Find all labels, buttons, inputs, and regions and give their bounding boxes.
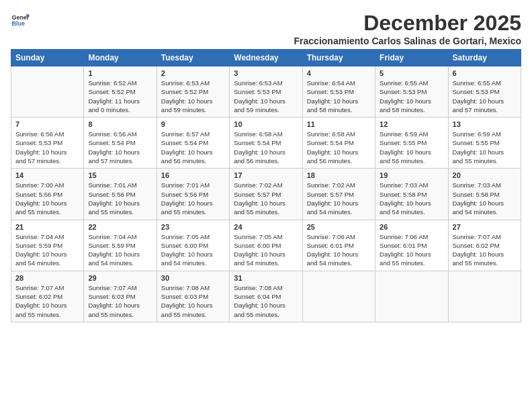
calendar-cell (11, 66, 84, 118)
calendar-cell: 8Sunrise: 6:56 AM Sunset: 5:54 PM Daylig… (84, 118, 157, 169)
day-number: 13 (453, 120, 517, 128)
svg-text:Blue: Blue (11, 20, 25, 27)
calendar-cell: 9Sunrise: 6:57 AM Sunset: 5:54 PM Daylig… (157, 118, 229, 169)
day-info: Sunrise: 7:06 AM Sunset: 6:01 PM Dayligh… (380, 232, 443, 268)
day-info: Sunrise: 6:54 AM Sunset: 5:53 PM Dayligh… (307, 79, 371, 114)
day-number: 25 (307, 223, 371, 231)
day-info: Sunrise: 6:55 AM Sunset: 5:53 PM Dayligh… (453, 79, 517, 114)
day-info: Sunrise: 6:52 AM Sunset: 5:52 PM Dayligh… (88, 79, 152, 114)
week-row-1: 7Sunrise: 6:56 AM Sunset: 5:53 PM Daylig… (11, 118, 521, 169)
day-info: Sunrise: 7:05 AM Sunset: 6:00 PM Dayligh… (161, 232, 225, 268)
day-number: 17 (234, 171, 298, 179)
day-info: Sunrise: 6:55 AM Sunset: 5:53 PM Dayligh… (380, 79, 443, 114)
day-number: 3 (234, 69, 298, 77)
header-wednesday: Wednesday (230, 50, 302, 66)
day-number: 22 (88, 223, 152, 231)
day-number: 21 (15, 223, 79, 231)
day-number: 2 (161, 69, 225, 77)
day-number: 30 (161, 274, 225, 282)
day-info: Sunrise: 7:02 AM Sunset: 5:57 PM Dayligh… (234, 181, 298, 216)
calendar-cell: 13Sunrise: 6:59 AM Sunset: 5:55 PM Dayli… (448, 118, 521, 169)
header-saturday: Saturday (448, 50, 521, 66)
day-number: 4 (307, 69, 371, 77)
calendar-cell: 25Sunrise: 7:06 AM Sunset: 6:01 PM Dayli… (302, 220, 375, 271)
day-number: 5 (380, 69, 443, 77)
calendar-cell (302, 271, 375, 322)
calendar-cell: 4Sunrise: 6:54 AM Sunset: 5:53 PM Daylig… (302, 66, 375, 118)
day-number: 1 (88, 69, 152, 77)
day-number: 24 (234, 223, 298, 231)
header-thursday: Thursday (302, 50, 375, 66)
day-number: 28 (15, 274, 79, 282)
day-number: 20 (453, 171, 517, 179)
day-info: Sunrise: 6:58 AM Sunset: 5:54 PM Dayligh… (234, 130, 298, 165)
day-number: 18 (307, 171, 371, 179)
week-row-3: 21Sunrise: 7:04 AM Sunset: 5:59 PM Dayli… (11, 220, 521, 271)
day-number: 14 (15, 171, 79, 179)
day-info: Sunrise: 6:53 AM Sunset: 5:52 PM Dayligh… (161, 79, 225, 114)
day-info: Sunrise: 6:59 AM Sunset: 5:55 PM Dayligh… (380, 130, 443, 165)
header-sunday: Sunday (11, 50, 84, 66)
calendar-cell: 3Sunrise: 6:53 AM Sunset: 5:53 PM Daylig… (230, 66, 302, 118)
day-info: Sunrise: 7:07 AM Sunset: 6:02 PM Dayligh… (453, 232, 517, 268)
calendar-cell: 20Sunrise: 7:03 AM Sunset: 5:58 PM Dayli… (448, 169, 521, 220)
header-row: SundayMondayTuesdayWednesdayThursdayFrid… (11, 50, 521, 66)
header-monday: Monday (84, 50, 157, 66)
day-info: Sunrise: 7:00 AM Sunset: 5:56 PM Dayligh… (15, 181, 79, 216)
calendar-cell: 24Sunrise: 7:05 AM Sunset: 6:00 PM Dayli… (230, 220, 302, 271)
day-number: 23 (161, 223, 225, 231)
logo-icon: General Blue (11, 11, 30, 30)
day-info: Sunrise: 7:04 AM Sunset: 5:59 PM Dayligh… (88, 232, 152, 268)
day-info: Sunrise: 6:56 AM Sunset: 5:53 PM Dayligh… (15, 130, 79, 165)
day-number: 15 (88, 171, 152, 179)
calendar-cell: 31Sunrise: 7:08 AM Sunset: 6:04 PM Dayli… (230, 271, 302, 322)
calendar-cell: 1Sunrise: 6:52 AM Sunset: 5:52 PM Daylig… (84, 66, 157, 118)
day-number: 8 (88, 120, 152, 128)
calendar-cell: 2Sunrise: 6:53 AM Sunset: 5:52 PM Daylig… (157, 66, 229, 118)
calendar-cell: 29Sunrise: 7:07 AM Sunset: 6:03 PM Dayli… (84, 271, 157, 322)
day-number: 26 (380, 223, 443, 231)
calendar-cell: 26Sunrise: 7:06 AM Sunset: 6:01 PM Dayli… (375, 220, 448, 271)
day-info: Sunrise: 7:06 AM Sunset: 6:01 PM Dayligh… (307, 232, 371, 268)
month-title: December 2025 (294, 11, 521, 36)
day-info: Sunrise: 6:58 AM Sunset: 5:54 PM Dayligh… (307, 130, 371, 165)
day-number: 10 (234, 120, 298, 128)
logo: General Blue (11, 11, 30, 30)
day-number: 29 (88, 274, 152, 282)
day-number: 16 (161, 171, 225, 179)
day-info: Sunrise: 7:08 AM Sunset: 6:04 PM Dayligh… (234, 283, 298, 319)
calendar-cell: 7Sunrise: 6:56 AM Sunset: 5:53 PM Daylig… (11, 118, 84, 169)
calendar-cell: 19Sunrise: 7:03 AM Sunset: 5:58 PM Dayli… (375, 169, 448, 220)
day-info: Sunrise: 6:53 AM Sunset: 5:53 PM Dayligh… (234, 79, 298, 114)
calendar-cell (375, 271, 448, 322)
day-info: Sunrise: 7:01 AM Sunset: 5:56 PM Dayligh… (88, 181, 152, 216)
header-tuesday: Tuesday (157, 50, 229, 66)
calendar-cell: 16Sunrise: 7:01 AM Sunset: 5:56 PM Dayli… (157, 169, 229, 220)
day-info: Sunrise: 7:04 AM Sunset: 5:59 PM Dayligh… (15, 232, 79, 268)
day-info: Sunrise: 6:59 AM Sunset: 5:55 PM Dayligh… (453, 130, 517, 165)
day-info: Sunrise: 7:03 AM Sunset: 5:58 PM Dayligh… (453, 181, 517, 216)
day-number: 31 (234, 274, 298, 282)
day-info: Sunrise: 7:05 AM Sunset: 6:00 PM Dayligh… (234, 232, 298, 268)
calendar-cell: 5Sunrise: 6:55 AM Sunset: 5:53 PM Daylig… (375, 66, 448, 118)
calendar-cell: 10Sunrise: 6:58 AM Sunset: 5:54 PM Dayli… (230, 118, 302, 169)
day-info: Sunrise: 7:02 AM Sunset: 5:57 PM Dayligh… (307, 181, 371, 216)
calendar-cell: 17Sunrise: 7:02 AM Sunset: 5:57 PM Dayli… (230, 169, 302, 220)
week-row-2: 14Sunrise: 7:00 AM Sunset: 5:56 PM Dayli… (11, 169, 521, 220)
day-info: Sunrise: 7:07 AM Sunset: 6:03 PM Dayligh… (88, 283, 152, 319)
day-number: 19 (380, 171, 443, 179)
day-info: Sunrise: 7:03 AM Sunset: 5:58 PM Dayligh… (380, 181, 443, 216)
calendar-cell: 14Sunrise: 7:00 AM Sunset: 5:56 PM Dayli… (11, 169, 84, 220)
calendar-table: SundayMondayTuesdayWednesdayThursdayFrid… (11, 49, 521, 322)
day-info: Sunrise: 7:07 AM Sunset: 6:02 PM Dayligh… (15, 283, 79, 319)
calendar-cell: 28Sunrise: 7:07 AM Sunset: 6:02 PM Dayli… (11, 271, 84, 322)
week-row-0: 1Sunrise: 6:52 AM Sunset: 5:52 PM Daylig… (11, 66, 521, 118)
day-number: 7 (15, 120, 79, 128)
calendar-cell: 27Sunrise: 7:07 AM Sunset: 6:02 PM Dayli… (448, 220, 521, 271)
calendar-cell: 15Sunrise: 7:01 AM Sunset: 5:56 PM Dayli… (84, 169, 157, 220)
calendar-cell (448, 271, 521, 322)
day-info: Sunrise: 6:57 AM Sunset: 5:54 PM Dayligh… (161, 130, 225, 165)
day-number: 6 (453, 69, 517, 77)
calendar-cell: 12Sunrise: 6:59 AM Sunset: 5:55 PM Dayli… (375, 118, 448, 169)
location-title: Fraccionamiento Carlos Salinas de Gortar… (294, 36, 521, 46)
